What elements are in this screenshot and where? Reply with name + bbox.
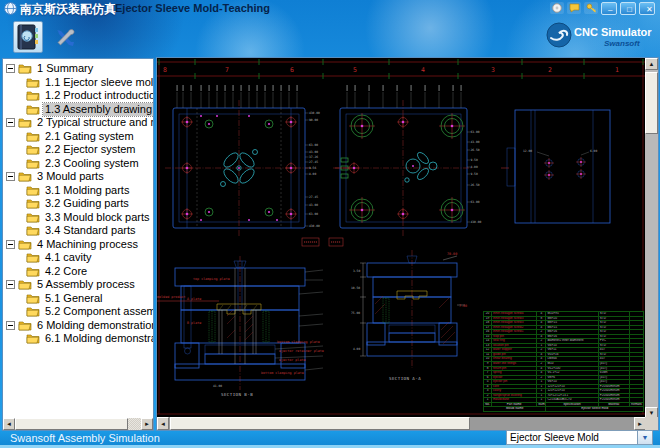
- plate-label: bottom clamping plate: [261, 371, 304, 375]
- folder-icon: [26, 225, 40, 236]
- tree-item[interactable]: 5.2 Component assembly: [3, 305, 153, 319]
- folder-icon: [18, 63, 32, 74]
- tree-item[interactable]: 4.1 cavity: [3, 251, 153, 265]
- dropdown-arrow-icon[interactable]: ▼: [637, 431, 652, 444]
- dim-label: 6.00: [590, 149, 597, 153]
- bom-table: 20 inner-hexagon screw4 4 M10×95 STD 19 …: [483, 311, 645, 412]
- tree-collapse-toggle[interactable]: [6, 321, 15, 330]
- zone-number: 6: [290, 66, 294, 74]
- zone-number: 8: [163, 66, 167, 74]
- chat-icon[interactable]: [567, 2, 581, 14]
- tree-item[interactable]: 3.4 Standard parts: [3, 224, 153, 238]
- tools-button[interactable]: [50, 23, 80, 53]
- dim-label: 10.50: [351, 286, 360, 290]
- tree-item-label: 3.4 Standard parts: [43, 224, 138, 238]
- key-icon[interactable]: [584, 2, 598, 14]
- maximize-button[interactable]: □: [620, 2, 636, 15]
- tree-item[interactable]: 2.3 Cooling system: [3, 157, 153, 171]
- tree-item[interactable]: 1.1 Ejector sleeve mold introduction: [3, 76, 153, 90]
- bom-footer-row: Mould Name Ejector sleeve mold: [484, 407, 644, 412]
- scroll-left-button[interactable]: ◄: [157, 417, 169, 430]
- folder-icon: [26, 333, 40, 344]
- tree-horizontal-scrollbar[interactable]: ◄ ►: [3, 418, 153, 430]
- folder-icon: [26, 185, 40, 196]
- drawing-vertical-scrollbar[interactable]: ▲ ▼: [645, 58, 658, 419]
- disc-icon[interactable]: [550, 2, 564, 14]
- tree-item-label: 1 Summary: [35, 62, 95, 76]
- tree-item[interactable]: 6.1 Molding demonstration: [3, 332, 153, 346]
- tree-item[interactable]: 3.3 Mould block parts: [3, 211, 153, 225]
- tree-item[interactable]: 4 Machining process: [3, 238, 153, 252]
- minimize-button[interactable]: –: [601, 2, 617, 15]
- mold-select-combobox[interactable]: Ejector Sleeve Mold ▼: [506, 430, 653, 445]
- tree-item[interactable]: 6 Molding demonstration: [3, 319, 153, 333]
- logo-subtext: Swansoft: [604, 39, 640, 48]
- tree-item[interactable]: 1.2 Product introduction: [3, 89, 153, 103]
- plate-label: ejector plate: [279, 358, 306, 362]
- title-bar: 南京斯沃装配仿真 Ejector Sleeve Mold-Teaching – …: [0, 0, 660, 17]
- section-label: SECTION A-A: [389, 376, 421, 381]
- tree-collapse-toggle[interactable]: [6, 172, 15, 181]
- zone-number: 5: [353, 66, 357, 74]
- scrollbar-thumb[interactable]: [15, 418, 128, 430]
- folder-icon: [18, 117, 32, 128]
- scrollbar-thumb[interactable]: [170, 417, 470, 430]
- folder-icon: [18, 239, 32, 250]
- dim-label: 4.00: [353, 347, 360, 351]
- tree-item[interactable]: 2.1 Gating system: [3, 130, 153, 144]
- folder-icon: [26, 198, 40, 209]
- tree-item-label: 6.1 Molding demonstration: [43, 332, 153, 346]
- scrollbar-corner: [645, 417, 658, 430]
- drawing-horizontal-scrollbar[interactable]: ◄ ►: [157, 417, 646, 430]
- tree-item[interactable]: 4.2 Core: [3, 265, 153, 279]
- scroll-right-button[interactable]: ►: [141, 418, 153, 430]
- tree-item[interactable]: 5 Assembly process: [3, 278, 153, 292]
- tree-collapse-toggle[interactable]: [6, 64, 15, 73]
- tree-item[interactable]: 2 Typical structure and mechanism: [3, 116, 153, 130]
- tree-item[interactable]: 2.2 Ejector system: [3, 143, 153, 157]
- tree-item[interactable]: 3.1 Molding parts: [3, 184, 153, 198]
- tree-item-label: 2.3 Cooling system: [43, 157, 141, 171]
- swansoft-logo-icon: [546, 22, 572, 48]
- tree-item-label: 5.2 Component assembly: [43, 305, 153, 319]
- tree-item-label: 1.3 Assembly drawing: [43, 103, 153, 117]
- zone-number: 4: [421, 66, 425, 74]
- tree-item-label: 4 Machining process: [35, 238, 140, 252]
- folder-icon: [26, 306, 40, 317]
- dim-label: 90.00: [309, 118, 318, 122]
- tree-item-label: 4.2 Core: [43, 265, 89, 279]
- tree-item[interactable]: 3 Mould parts: [3, 170, 153, 184]
- scroll-left-button[interactable]: ◄: [3, 418, 15, 430]
- dim-label: 27.45: [309, 160, 318, 164]
- dim-label: 430.00: [309, 224, 320, 228]
- dim-label: 75.00: [351, 311, 360, 315]
- dim-label: 8.00: [309, 172, 316, 176]
- close-button[interactable]: ✕: [639, 2, 655, 15]
- tree-item[interactable]: 5.1 General: [3, 292, 153, 306]
- app-window: 南京斯沃装配仿真 Ejector Sleeve Mold-Teaching – …: [0, 0, 660, 448]
- tree-item[interactable]: 1.3 Assembly drawing: [3, 103, 153, 117]
- tree-item-label: 5 Assembly process: [35, 278, 137, 292]
- scrollbar-thumb[interactable]: [645, 72, 658, 134]
- dim-label: 3.50: [353, 269, 360, 273]
- dim-label: 430.00: [471, 220, 482, 224]
- dim-label: 41.00: [213, 384, 222, 388]
- tree-item[interactable]: 3.2 Guiding parts: [3, 197, 153, 211]
- tree-item-label: 4.1 cavity: [43, 251, 93, 265]
- teaching-contents-button[interactable]: [13, 21, 43, 53]
- zone-number: 1: [615, 66, 619, 74]
- tree-collapse-toggle[interactable]: [6, 118, 15, 127]
- section-label: SECTION B-B: [221, 392, 253, 397]
- dim-label: 43.00: [309, 203, 318, 207]
- tree-collapse-toggle[interactable]: [6, 240, 15, 249]
- dim-label: 26.50: [471, 183, 480, 187]
- folder-icon: [26, 293, 40, 304]
- dim-label: 7.00: [459, 304, 467, 308]
- plate-label: bottom clamping plate: [277, 340, 320, 344]
- tree-collapse-toggle[interactable]: [6, 280, 15, 289]
- scroll-up-button[interactable]: ▲: [645, 58, 658, 70]
- zone-number: 2: [548, 66, 552, 74]
- tree-item[interactable]: 1 Summary: [3, 62, 153, 76]
- logo-text: CNC Simulator: [574, 26, 652, 38]
- plate-label: A plate: [187, 297, 201, 301]
